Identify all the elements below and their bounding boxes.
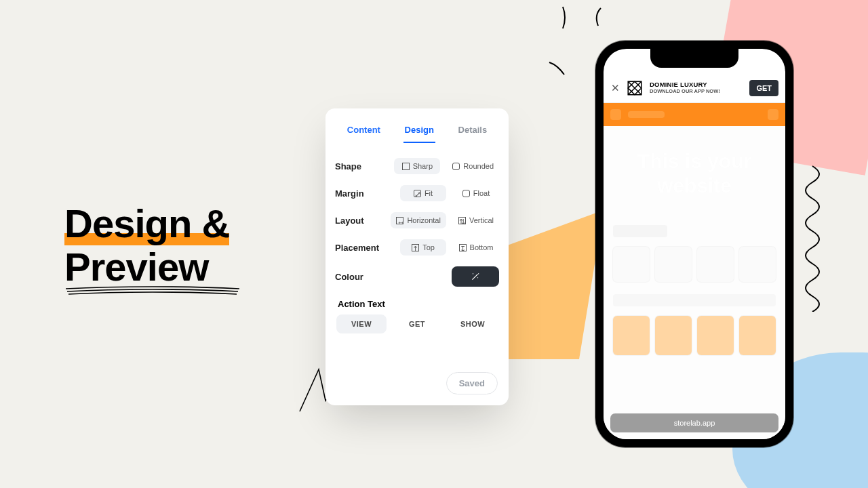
panel-tabs: Content Design Details xyxy=(335,122,499,143)
nav-text-placeholder xyxy=(628,111,665,118)
action-text-options: VIEW GET SHOW xyxy=(335,314,499,333)
smart-app-banner: ✕ DOMINIE LUXURY DOWNLOAD OUR APP NOW! G… xyxy=(604,73,785,103)
row-colour: Colour xyxy=(335,264,499,289)
fit-icon: ⤢ xyxy=(414,190,421,197)
top-icon: ↥ xyxy=(412,244,419,251)
divider-placeholder xyxy=(613,294,776,306)
label-placement: Placement xyxy=(335,243,396,253)
row-layout: Layout Horizontal ⇅Vertical xyxy=(335,209,499,231)
card-placeholder xyxy=(739,247,776,282)
saved-button[interactable]: Saved xyxy=(446,372,498,394)
rounded-square-icon xyxy=(452,163,460,170)
label-action-text: Action Text xyxy=(338,299,499,309)
label-layout: Layout xyxy=(335,216,391,226)
row-margin: Margin ⤢Fit Float xyxy=(335,182,499,204)
phone-preview: ✕ DOMINIE LUXURY DOWNLOAD OUR APP NOW! G… xyxy=(595,41,793,447)
card-placeholder xyxy=(739,316,776,355)
decorative-mark-1 xyxy=(556,4,570,31)
option-placement-top[interactable]: ↥Top xyxy=(400,239,446,256)
card-placeholder xyxy=(697,247,734,282)
label-colour: Colour xyxy=(335,272,396,282)
label-margin: Margin xyxy=(335,188,396,199)
vertical-icon: ⇅ xyxy=(458,217,466,224)
card-placeholder xyxy=(655,247,692,282)
magic-wand-icon xyxy=(471,272,480,281)
action-option-get[interactable]: GET xyxy=(392,314,442,333)
option-shape-sharp[interactable]: Sharp xyxy=(394,158,440,174)
decorative-mark-3 xyxy=(547,58,567,79)
nav-action-placeholder xyxy=(768,109,778,120)
product-row-2 xyxy=(613,316,776,355)
option-margin-fit[interactable]: ⤢Fit xyxy=(400,185,446,201)
action-option-show[interactable]: SHOW xyxy=(448,314,498,333)
float-icon xyxy=(462,190,470,197)
option-layout-horizontal[interactable]: Horizontal xyxy=(391,212,446,228)
design-panel: Content Design Details Shape Sharp Round… xyxy=(326,108,509,405)
product-row-1 xyxy=(613,247,776,282)
tab-design[interactable]: Design xyxy=(403,122,435,143)
hero-title: Design & Preview xyxy=(64,202,229,289)
site-body: This is your website xyxy=(604,126,785,439)
decorative-wave xyxy=(792,163,833,312)
hero-ghost-text: This is your website xyxy=(613,149,776,198)
row-shape: Shape Sharp Rounded xyxy=(335,155,499,177)
nav-icon-placeholder xyxy=(610,109,621,120)
option-shape-rounded[interactable]: Rounded xyxy=(447,158,499,174)
bottom-icon: ↧ xyxy=(459,244,467,251)
card-placeholder xyxy=(697,316,734,355)
close-icon[interactable]: ✕ xyxy=(610,82,620,94)
row-placement: Placement ↥Top ↧Bottom xyxy=(335,237,499,258)
decorative-mark-2 xyxy=(590,5,605,28)
hero-line-1: Design & xyxy=(64,201,229,245)
section-heading-placeholder xyxy=(613,225,667,237)
card-placeholder xyxy=(655,316,692,355)
app-logo-icon xyxy=(625,79,644,98)
option-placement-bottom[interactable]: ↧Bottom xyxy=(453,239,499,256)
option-layout-vertical[interactable]: ⇅Vertical xyxy=(453,212,499,228)
horizontal-icon xyxy=(396,217,403,224)
hero-underline-scribble xyxy=(64,285,241,298)
card-placeholder xyxy=(613,247,650,282)
hero-line-2: Preview xyxy=(64,245,208,289)
card-placeholder xyxy=(613,316,650,355)
tab-details[interactable]: Details xyxy=(457,122,489,143)
square-icon xyxy=(402,163,410,170)
banner-cta-button[interactable]: GET xyxy=(749,80,778,96)
option-margin-float[interactable]: Float xyxy=(453,185,499,201)
phone-notch xyxy=(650,49,738,68)
banner-subtitle: DOWNLOAD OUR APP NOW! xyxy=(650,89,744,94)
browser-address-bar[interactable]: storelab.app xyxy=(610,413,778,432)
label-shape: Shape xyxy=(335,161,394,171)
action-option-view[interactable]: VIEW xyxy=(336,314,387,333)
colour-picker-button[interactable] xyxy=(452,266,499,287)
tab-content[interactable]: Content xyxy=(346,122,382,143)
site-navbar xyxy=(604,103,785,126)
